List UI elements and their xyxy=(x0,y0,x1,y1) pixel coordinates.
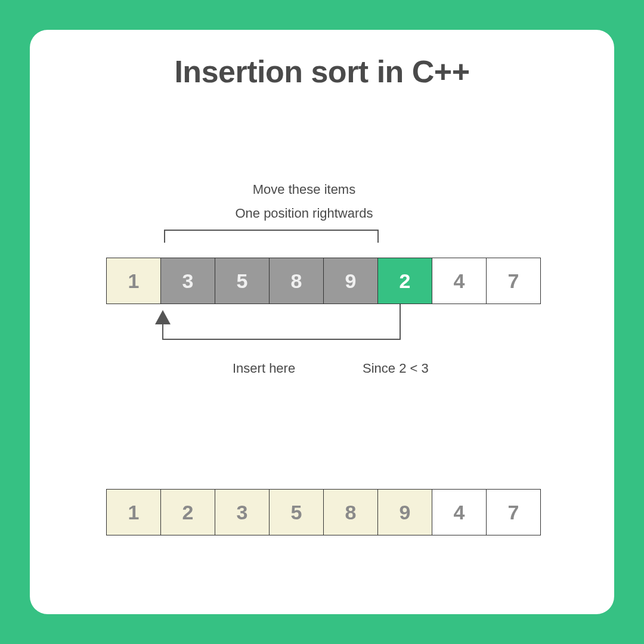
page-title: Insertion sort in C++ xyxy=(30,54,614,89)
diagram-card: Insertion sort in C++ Move these items O… xyxy=(30,30,614,614)
array-cell: 5 xyxy=(215,258,270,304)
array-cell: 9 xyxy=(377,489,432,535)
array-cell: 4 xyxy=(432,258,487,304)
array-bottom-row: 12358947 xyxy=(106,489,541,535)
array-cell: 7 xyxy=(486,489,541,535)
array-top-row: 13589247 xyxy=(106,258,541,304)
array-cell: 4 xyxy=(432,489,487,535)
annotation-insert-here: Insert here xyxy=(233,361,295,376)
array-cell: 3 xyxy=(160,258,215,304)
annotation-move-line1: Move these items xyxy=(203,182,405,197)
array-cell: 1 xyxy=(106,258,161,304)
arrow-segment xyxy=(400,304,401,340)
array-cell: 2 xyxy=(160,489,215,535)
arrow-segment xyxy=(162,339,401,340)
arrow-segment xyxy=(162,323,163,340)
array-cell: 8 xyxy=(269,258,324,304)
array-cell: 2 xyxy=(377,258,432,304)
arrow-head-icon xyxy=(155,310,171,324)
annotation-since: Since 2 < 3 xyxy=(363,361,429,376)
array-cell: 1 xyxy=(106,489,161,535)
array-cell: 9 xyxy=(323,258,378,304)
array-cell: 7 xyxy=(486,258,541,304)
array-cell: 8 xyxy=(323,489,378,535)
array-cell: 5 xyxy=(269,489,324,535)
annotation-move-line2: One position rightwards xyxy=(203,206,405,221)
array-cell: 3 xyxy=(215,489,270,535)
bracket-icon xyxy=(164,230,379,243)
